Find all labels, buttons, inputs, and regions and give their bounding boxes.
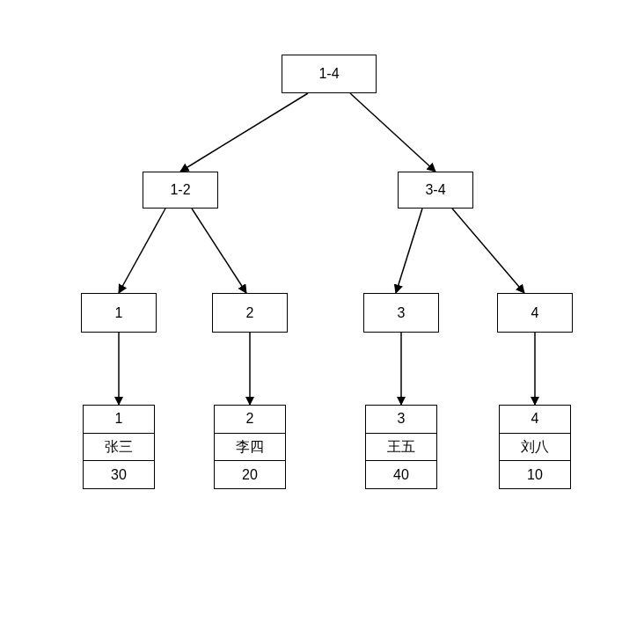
edge-l2right-n4	[452, 209, 524, 293]
record-4-value: 10	[500, 461, 570, 488]
node-3-4: 3-4	[398, 172, 473, 209]
node-1-2: 1-2	[143, 172, 218, 209]
record-4-id: 4	[500, 406, 570, 434]
record-2-id: 2	[215, 406, 285, 434]
edge-l2right-n3	[396, 209, 422, 293]
edge-l2left-n1	[119, 209, 165, 293]
record-4-name: 刘八	[500, 434, 570, 462]
node-2-label: 2	[246, 305, 254, 321]
record-3-name: 王五	[366, 434, 436, 462]
node-3-4-label: 3-4	[425, 182, 445, 198]
node-root-label: 1-4	[318, 66, 339, 82]
record-4: 4 刘八 10	[499, 405, 571, 489]
record-1-name: 张三	[84, 434, 154, 462]
node-root: 1-4	[282, 55, 377, 93]
node-2: 2	[212, 293, 288, 333]
record-1-value: 30	[84, 461, 154, 488]
record-3: 3 王五 40	[365, 405, 437, 489]
record-3-id: 3	[366, 406, 436, 434]
node-1-2-label: 1-2	[170, 182, 190, 198]
edge-root-left	[180, 93, 308, 172]
record-2-name: 李四	[215, 434, 285, 462]
record-2-value: 20	[215, 461, 285, 488]
tree-diagram: 1-4 1-2 3-4 1 2 3 4 1 张三 30 2 李四 20 3 王五…	[0, 0, 644, 644]
edge-root-right	[350, 93, 435, 172]
node-1: 1	[81, 293, 157, 333]
record-3-value: 40	[366, 461, 436, 488]
node-3: 3	[363, 293, 439, 333]
record-2: 2 李四 20	[214, 405, 286, 489]
record-1: 1 张三 30	[83, 405, 155, 489]
node-3-label: 3	[398, 305, 406, 321]
node-1-label: 1	[115, 305, 123, 321]
edge-l2left-n2	[192, 209, 246, 293]
node-4: 4	[497, 293, 573, 333]
record-1-id: 1	[84, 406, 154, 434]
node-4-label: 4	[531, 305, 539, 321]
